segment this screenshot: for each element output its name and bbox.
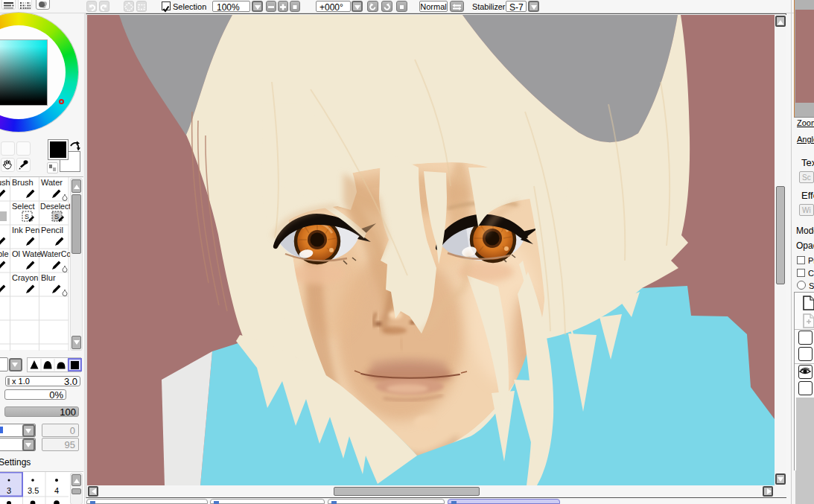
svg-text:Crayon: Crayon xyxy=(12,273,38,282)
svg-text:Brush: Brush xyxy=(12,178,34,187)
svg-text:ush: ush xyxy=(0,178,10,187)
svg-text:Select: Select xyxy=(12,202,35,211)
svg-text:4: 4 xyxy=(54,486,59,495)
svg-text:S: S xyxy=(25,213,29,220)
svg-text:WaterCo: WaterCo xyxy=(40,249,71,258)
svg-text:Deselect: Deselect xyxy=(40,202,71,211)
svg-text:Ol Wate: Ol Wate xyxy=(12,249,41,258)
svg-text:Water: Water xyxy=(41,178,63,187)
svg-text:Pencil: Pencil xyxy=(41,226,63,235)
svg-text:3.5: 3.5 xyxy=(28,486,39,495)
svg-text:3: 3 xyxy=(7,486,11,495)
svg-text:Blur: Blur xyxy=(41,273,56,282)
svg-text:ble: ble xyxy=(0,249,9,258)
svg-text:Ink Pen: Ink Pen xyxy=(12,226,39,235)
svg-text:S: S xyxy=(54,213,59,220)
